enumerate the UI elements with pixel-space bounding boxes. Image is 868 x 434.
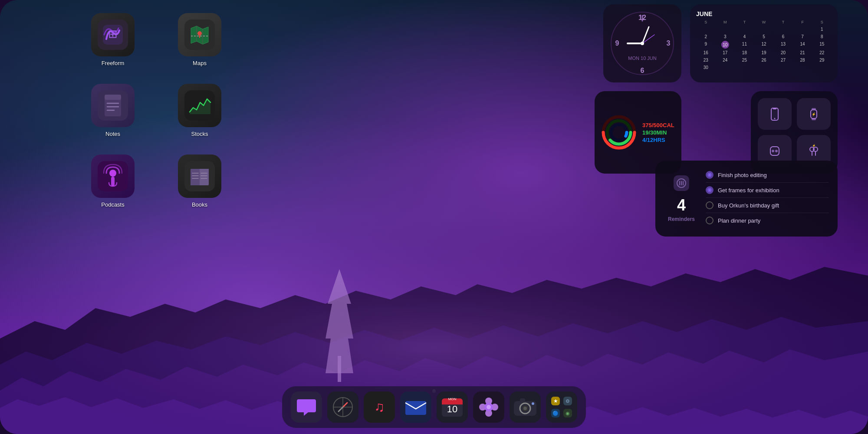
dock-safari[interactable] (327, 391, 358, 423)
reminder-text-1: Finish photo editing (718, 172, 767, 178)
svg-text:10: 10 (447, 404, 457, 414)
svg-text:★: ★ (553, 398, 558, 404)
svg-rect-74 (405, 401, 426, 415)
app-stocks[interactable]: Stocks (174, 84, 226, 137)
books-label: Books (192, 201, 207, 208)
reminders-summary: 4 Reminders (664, 168, 699, 230)
reminders-icon (674, 175, 689, 191)
notes-icon (91, 84, 135, 127)
books-icon (178, 155, 221, 198)
svg-text:12: 12 (638, 14, 646, 21)
reminder-check-4 (706, 217, 713, 224)
svg-rect-46 (812, 118, 816, 120)
stocks-label: Stocks (191, 131, 208, 137)
ipad-frame: ⊞ Freeform (0, 0, 868, 434)
reminder-text-2: Get frames for exhibition (718, 187, 779, 194)
notes-label: Notes (105, 131, 120, 137)
svg-text:♫: ♫ (374, 399, 385, 414)
svg-point-43 (774, 118, 776, 119)
maps-icon (178, 13, 221, 56)
freeform-icon: ⊞ (91, 13, 135, 56)
dock-mail[interactable] (400, 391, 431, 423)
svg-rect-45 (812, 108, 816, 110)
reminder-text-3: Buy Orkun's birthday gift (718, 202, 779, 209)
reminders-widget: 4 Reminders Finish photo editing (655, 161, 838, 237)
svg-text:MON 10 JUN: MON 10 JUN (628, 56, 656, 61)
dock-messages[interactable] (291, 391, 322, 423)
device-iphone[interactable] (758, 98, 792, 130)
svg-rect-9 (105, 95, 121, 100)
reminders-label: Reminders (668, 216, 695, 222)
freeform-label: Freeform (102, 60, 125, 66)
activity-stats: 375/500CAL 19/30MIN 4/12HRS (642, 122, 674, 143)
reminder-check-2 (706, 186, 713, 194)
reminder-item-2[interactable]: Get frames for exhibition (706, 183, 829, 198)
today-date: 10 (721, 41, 729, 49)
calendar-days-grid: 1 2 3 4 5 6 7 8 9 10 11 12 13 14 15 16 1… (696, 26, 832, 71)
app-grid: ⊞ Freeform (87, 13, 226, 208)
svg-point-87 (487, 405, 491, 409)
reminder-item-3[interactable]: Buy Orkun's birthday gift (706, 198, 829, 213)
device-watch[interactable]: ⚡ (797, 98, 831, 130)
reminder-text-4: Plan dinner party (718, 217, 760, 224)
dock-extras[interactable]: ★ ⚙ 🔵 ◉ (546, 391, 577, 423)
svg-point-15 (109, 170, 116, 177)
svg-text:9: 9 (615, 39, 619, 47)
svg-point-39 (611, 125, 627, 140)
svg-text:6: 6 (641, 67, 644, 74)
reminder-item-1[interactable]: Finish photo editing (706, 168, 829, 183)
svg-text:3: 3 (667, 39, 671, 47)
svg-rect-93 (520, 398, 525, 402)
calendar-widget: JUNE S M T W T F S 1 2 3 (690, 4, 838, 82)
calendar-days-header: S M T W T F S (696, 20, 832, 24)
svg-rect-95 (546, 391, 577, 423)
app-podcasts[interactable]: Podcasts (87, 155, 139, 208)
reminder-check-1 (706, 171, 713, 179)
svg-text:⊞: ⊞ (108, 27, 118, 40)
dock-fitness[interactable] (473, 391, 504, 423)
svg-point-33 (641, 42, 644, 45)
dock-camera[interactable] (510, 391, 541, 423)
app-freeform[interactable]: ⊞ Freeform (87, 13, 139, 66)
svg-point-92 (523, 407, 527, 410)
svg-text:◉: ◉ (566, 411, 570, 416)
reminders-count: 4 (677, 196, 686, 214)
svg-rect-16 (111, 177, 115, 186)
stocks-icon (178, 84, 221, 127)
svg-point-50 (775, 150, 778, 152)
reminder-check-3 (706, 201, 713, 209)
svg-text:⚡: ⚡ (812, 112, 816, 116)
app-notes[interactable]: Notes (87, 84, 139, 137)
activity-rings (602, 115, 636, 150)
calories-stat: 375/500CAL (642, 122, 674, 128)
app-maps[interactable]: Maps (174, 13, 226, 66)
svg-text:⚡: ⚡ (812, 144, 816, 148)
podcasts-label: Podcasts (101, 201, 124, 208)
svg-text:🔵: 🔵 (552, 410, 559, 416)
app-books[interactable]: Books (174, 155, 226, 208)
minutes-stat: 19/30MIN (642, 129, 674, 136)
svg-point-61 (709, 174, 710, 176)
reminders-list: Finish photo editing Get frames for exhi… (706, 168, 829, 230)
dock-calendar[interactable]: MON 10 (437, 391, 468, 423)
svg-point-6 (197, 31, 202, 36)
maps-label: Maps (193, 60, 207, 66)
svg-text:MON: MON (448, 397, 457, 401)
podcasts-icon (91, 155, 135, 198)
dock: ♫ MON 10 (282, 386, 586, 428)
svg-rect-42 (773, 108, 776, 109)
svg-point-63 (709, 189, 710, 191)
svg-text:⚙: ⚙ (566, 398, 570, 404)
content-layer: ⊞ Freeform (0, 0, 868, 434)
svg-point-49 (772, 150, 774, 152)
clock-widget: 12 3 6 9 MON 10 JUN (603, 4, 681, 82)
reminder-item-4[interactable]: Plan dinner party (706, 213, 829, 228)
calendar-month: JUNE (696, 10, 832, 17)
dock-music[interactable]: ♫ (364, 391, 395, 423)
hours-stat: 4/12HRS (642, 137, 674, 143)
svg-point-94 (532, 402, 534, 405)
